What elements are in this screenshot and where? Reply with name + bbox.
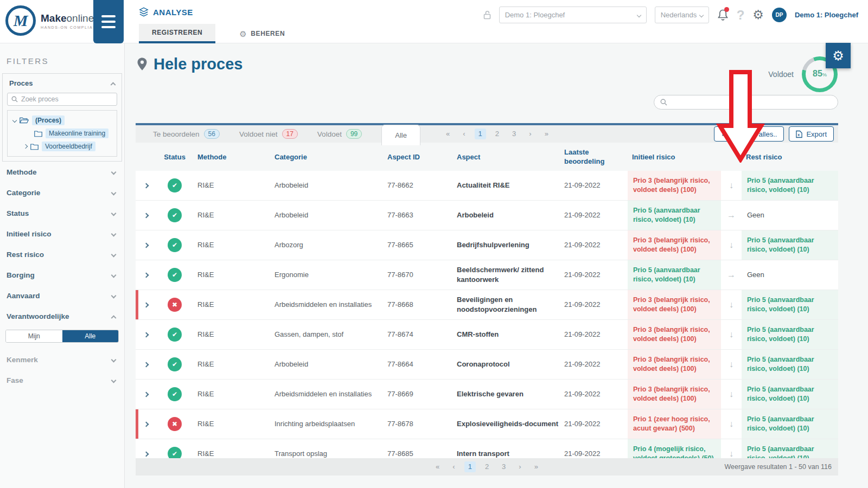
filter-tab-voldoet-niet[interactable]: Voldoet niet17 — [239, 129, 298, 139]
notifications-bell-icon[interactable] — [717, 9, 729, 21]
filter-section-fase[interactable]: Fase — [0, 370, 124, 390]
export-button[interactable]: x Export — [789, 126, 834, 142]
table-row[interactable]: ✔RI&EArbozorg77-8665Bedrijfshulpverlenin… — [136, 230, 838, 260]
help-icon[interactable]: ? — [737, 8, 745, 23]
chevron-right-icon[interactable] — [23, 144, 28, 149]
settings-gear-icon[interactable]: ⚙ — [752, 9, 764, 21]
status-cell: ✔ — [156, 387, 193, 401]
pagination-first-button[interactable]: « — [442, 129, 454, 139]
tab-beheren[interactable]: ⚙ BEHEREN — [239, 24, 285, 43]
pagination-page-1[interactable]: 1 — [475, 129, 486, 139]
cell-initieel-risico: Prio 3 (belangrijk risico, voldoet deels… — [628, 320, 721, 349]
filter-section-initieel-risico[interactable]: Initieel risico — [0, 223, 124, 244]
pagination-page-2[interactable]: 2 — [481, 461, 493, 472]
proces-search-input[interactable] — [21, 95, 113, 103]
column-rest-risico: Rest risico — [742, 153, 838, 162]
row-expander[interactable] — [136, 243, 156, 247]
filters-sidebar: FILTERS Proces (Proces)Makeonline traini… — [0, 43, 125, 488]
folder-open-icon — [20, 117, 29, 124]
filters-title: FILTERS — [7, 56, 124, 66]
language-select[interactable]: Nederlands — [655, 7, 709, 23]
pagination-page-3[interactable]: 3 — [508, 129, 520, 139]
table-row[interactable]: ✖RI&EArbeidsmiddelen en installaties77-8… — [136, 290, 838, 320]
tree-item-voorbeeldbedrijf[interactable]: Voorbeeldbedrijf — [10, 140, 114, 153]
filter-tab-alle[interactable]: Alle — [381, 125, 420, 145]
row-expander[interactable] — [136, 273, 156, 277]
table-row[interactable]: ✔RI&EArbobeleid77-8663Arbobeleid21-09-20… — [136, 201, 838, 230]
filter-tab-voldoet[interactable]: Voldoet99 — [317, 129, 362, 139]
export-file-icon: x — [796, 130, 802, 138]
pagination-top: «‹123›» — [442, 125, 552, 143]
panel-settings-gear-button[interactable]: ⚙ — [826, 43, 851, 68]
table-row[interactable]: ✔RI&EArbobeleid77-8664Coronaprotocol21-0… — [136, 350, 838, 380]
status-cell: ✔ — [156, 328, 193, 342]
filter-section-aanvaard[interactable]: Aanvaard — [0, 285, 124, 306]
row-expander[interactable] — [136, 393, 156, 396]
table-row[interactable]: ✔RI&EErgonomie77-8670Beeldschermwerk/ zi… — [136, 260, 838, 290]
cell-categorie: Arbobeleid — [270, 359, 383, 369]
row-expander[interactable] — [136, 214, 156, 217]
proces-section-header[interactable]: Proces — [7, 78, 117, 88]
row-expander[interactable] — [136, 303, 156, 307]
row-expand-chevron[interactable] — [143, 362, 149, 367]
user-avatar[interactable]: DP — [772, 8, 787, 22]
pagination-last-button[interactable]: » — [531, 461, 542, 472]
row-expand-chevron[interactable] — [143, 302, 149, 307]
cell-categorie: Ergonomie — [270, 270, 383, 280]
row-expand-chevron[interactable] — [143, 272, 149, 278]
pagination-page-2[interactable]: 2 — [492, 129, 503, 139]
proces-search — [7, 93, 117, 106]
pagination-prev-button[interactable]: ‹ — [449, 461, 458, 472]
cell-aspect-id: 77-8678 — [383, 419, 452, 429]
hamburger-menu-button[interactable] — [93, 0, 124, 43]
toggle-option-alle[interactable]: Alle — [62, 330, 119, 342]
row-expand-chevron[interactable] — [143, 332, 149, 337]
cell-initieel-risico: Prio 5 (aanvaardbaar risico, voldoet) (1… — [628, 260, 721, 290]
filter-section-borging[interactable]: Borging — [0, 265, 124, 285]
filter-tab-te-beoordelen[interactable]: Te beoordelen56 — [153, 129, 220, 139]
row-expander[interactable] — [136, 363, 156, 367]
user-name[interactable]: Demo 1: Ploegchef — [795, 11, 858, 19]
row-expand-chevron[interactable] — [143, 421, 149, 427]
table-search-input[interactable] — [671, 98, 832, 106]
row-expander[interactable] — [136, 333, 156, 337]
table-row[interactable]: ✔RI&EArbeidsmiddelen en installaties77-8… — [136, 380, 838, 409]
chevron-down-icon[interactable] — [12, 118, 17, 123]
filter-section-categorie[interactable]: Categorie — [0, 182, 124, 203]
filter-section-rest-risico[interactable]: Rest risico — [0, 244, 124, 265]
cell-aspect-id: 77-8664 — [383, 359, 452, 369]
pagination-page-1[interactable]: 1 — [464, 461, 476, 472]
pagination-page-3[interactable]: 3 — [498, 461, 509, 472]
pagination-prev-button[interactable]: ‹ — [459, 129, 469, 139]
score-label: Voldoet — [768, 70, 794, 79]
row-expand-chevron[interactable] — [143, 451, 149, 457]
table-row[interactable]: ✔RI&ETransport opslag77-8685Intern trans… — [136, 439, 838, 458]
row-expander[interactable] — [136, 184, 156, 188]
check-circle-icon: ✔ — [168, 238, 182, 252]
pagination-next-button[interactable]: › — [515, 461, 525, 472]
tree-item-makeonline-training[interactable]: Makeonline training — [10, 127, 114, 140]
tree-item-proces[interactable]: (Proces) — [10, 114, 114, 127]
pagination-next-button[interactable]: › — [525, 129, 535, 139]
filter-section-status[interactable]: Status — [0, 203, 124, 223]
role-select[interactable]: Demo 1: Ploegchef — [499, 7, 647, 23]
row-expander[interactable] — [136, 452, 156, 456]
search-icon — [660, 99, 667, 106]
table-row[interactable]: ✔RI&EGassen, dampen, stof77-8674CMR-stof… — [136, 320, 838, 350]
row-expand-chevron[interactable] — [143, 391, 149, 397]
row-expand-chevron[interactable] — [143, 213, 149, 218]
row-expander[interactable] — [136, 422, 156, 426]
tab-registreren[interactable]: REGISTREREN — [139, 24, 215, 43]
row-expand-chevron[interactable] — [143, 183, 149, 188]
filter-section-kenmerk[interactable]: Kenmerk — [0, 349, 124, 370]
pagination-first-button[interactable]: « — [432, 461, 443, 472]
check-circle-icon: ✔ — [168, 447, 182, 458]
table-row[interactable]: ✔RI&EArbobeleid77-8662Actualiteit RI&E21… — [136, 171, 838, 201]
row-expand-chevron[interactable] — [143, 242, 149, 248]
table-row[interactable]: ✖RI&EInrichting arbeidsplaatsen77-8678Ex… — [136, 409, 838, 439]
pagination-last-button[interactable]: » — [541, 129, 552, 139]
mark-all-button[interactable]: ✓ Markeer alles.. — [714, 126, 784, 142]
toggle-option-mijn[interactable]: Mijn — [6, 330, 62, 342]
filter-section-verantwoordelijke[interactable]: Verantwoordelijke — [0, 306, 124, 326]
filter-section-methode[interactable]: Methode — [0, 162, 124, 182]
